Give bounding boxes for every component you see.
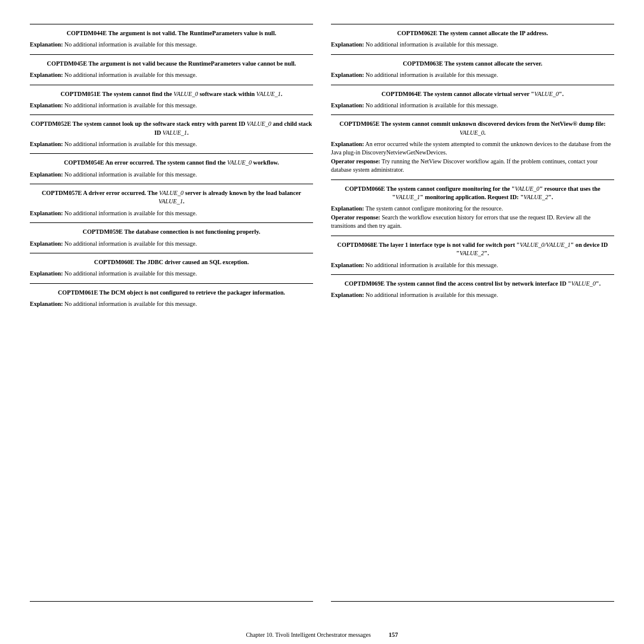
entry-body-text: Explanation: No additional information i… [30, 209, 313, 218]
entry-coptdm069e: COPTDM069E The system cannot find the ac… [331, 274, 614, 305]
entry-title: COPTDM045E The argument is not valid bec… [30, 60, 313, 68]
entry-coptdm065e: COPTDM065E The system cannot commit unkn… [331, 114, 614, 179]
entry-coptdm062e: COPTDM062E The system cannot allocate th… [331, 24, 614, 54]
entry-coptdm068e: COPTDM068E The layer 1 interface type is… [331, 236, 614, 274]
entry-coptdm051e: COPTDM051E The system cannot find the VA… [30, 85, 313, 115]
right-column: COPTDM062E The system cannot allocate th… [331, 24, 614, 602]
entry-body-text: Explanation: No additional information i… [331, 41, 614, 49]
entry-body-text: Explanation: No additional information i… [30, 71, 313, 80]
entry-title: COPTDM064E The system cannot allocate vi… [331, 90, 614, 98]
entry-coptdm060e: COPTDM060E The JDBC driver caused an SQL… [30, 253, 313, 283]
entry-coptdm054e: COPTDM054E An error occurred. The system… [30, 153, 313, 184]
entry-body-text: Operator response: Try running the NetVi… [331, 157, 614, 175]
entry-title: COPTDM066E The system cannot configure m… [331, 185, 614, 202]
page-footer: Chapter 10. Tivoli Intelligent Orchestra… [0, 626, 644, 644]
entry-body-text: Explanation: No additional information i… [331, 71, 614, 80]
footer-page: 157 [389, 631, 398, 638]
entry-body-text: Explanation: No additional information i… [331, 101, 614, 110]
entry-coptdm063e: COPTDM063E The system cannot allocate th… [331, 54, 614, 85]
entry-body-text: Explanation: No additional information i… [30, 300, 313, 309]
entry-title: COPTDM057E A driver error occurred. The … [30, 189, 313, 206]
entry-coptdm052e: COPTDM052E The system cannot look up the… [30, 114, 313, 153]
entry-coptdm059e: COPTDM059E The database connection is no… [30, 222, 313, 253]
entry-body-text: Explanation: No additional information i… [30, 101, 313, 110]
entry-coptdm057e: COPTDM057E A driver error occurred. The … [30, 184, 313, 222]
entry-title: COPTDM068E The layer 1 interface type is… [331, 241, 614, 258]
left-column: COPTDM044E The argument is not valid. Th… [30, 24, 313, 602]
entry-title: COPTDM062E The system cannot allocate th… [331, 29, 614, 38]
entry-body-text: Explanation: No additional information i… [331, 261, 614, 270]
footer-chapter: Chapter 10. Tivoli Intelligent Orchestra… [246, 631, 370, 638]
entry-body-text: Operator response: Search the workflow e… [331, 213, 614, 231]
entry-title: COPTDM069E The system cannot find the ac… [331, 280, 614, 288]
entry-title: COPTDM061E The DCM object is not configu… [30, 289, 313, 297]
entry-body-text: Explanation: No additional information i… [30, 140, 313, 149]
page-content: COPTDM044E The argument is not valid. Th… [0, 0, 644, 626]
entry-title: COPTDM052E The system cannot look up the… [30, 120, 313, 137]
entry-body-text: Explanation: The system cannot configure… [331, 205, 614, 213]
entry-title: COPTDM051E The system cannot find the VA… [30, 90, 313, 98]
entry-coptdm066e: COPTDM066E The system cannot configure m… [331, 179, 614, 236]
entry-title: COPTDM044E The argument is not valid. Th… [30, 29, 313, 38]
entry-title: COPTDM060E The JDBC driver caused an SQL… [30, 258, 313, 267]
entry-body-text: Explanation: No additional information i… [30, 171, 313, 179]
entry-body-text: Explanation: No additional information i… [30, 41, 313, 49]
entry-title: COPTDM063E The system cannot allocate th… [331, 60, 614, 68]
entry-body-text: Explanation: No additional information i… [331, 291, 614, 300]
entry-coptdm064e: COPTDM064E The system cannot allocate vi… [331, 85, 614, 115]
entry-coptdm045e: COPTDM045E The argument is not valid bec… [30, 54, 313, 85]
entry-body-text: Explanation: An error occurred while the… [331, 140, 614, 157]
entry-title: COPTDM059E The database connection is no… [30, 228, 313, 236]
entry-coptdm044e: COPTDM044E The argument is not valid. Th… [30, 24, 313, 54]
entry-body-text: Explanation: No additional information i… [30, 240, 313, 249]
entry-coptdm061e: COPTDM061E The DCM object is not configu… [30, 283, 313, 314]
entry-body-text: Explanation: No additional information i… [30, 270, 313, 278]
entry-title: COPTDM065E The system cannot commit unkn… [331, 120, 614, 137]
entry-title: COPTDM054E An error occurred. The system… [30, 159, 313, 167]
